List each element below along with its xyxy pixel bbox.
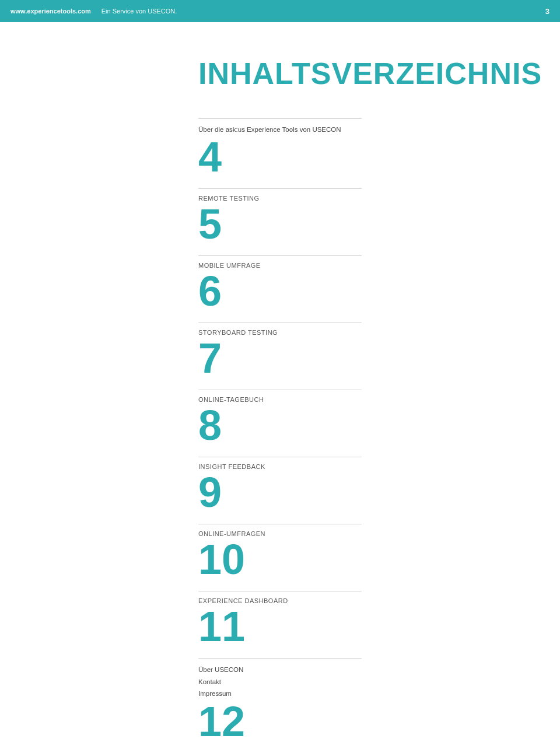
toc-number-2: 5 (198, 203, 362, 245)
toc-number-6: 9 (198, 471, 362, 513)
toc-entry-8[interactable]: EXPERIENCE DASHBOARD 11 (198, 591, 362, 647)
page-title: INHALTSVERZEICHNIS (198, 57, 362, 90)
toc-label-9b: Kontakt (198, 677, 362, 687)
toc-entry-7[interactable]: ONLINE-UMFRAGEN 10 (198, 524, 362, 580)
toc-number-7: 10 (198, 538, 362, 580)
toc-number-8: 11 (198, 605, 362, 647)
toc-number-9: 12 (198, 701, 362, 743)
header-bar: www.experiencetools.com Ein Service von … (0, 0, 560, 22)
toc-entry-9[interactable]: Über USECON Kontakt Impressum 12 (198, 658, 362, 742)
toc-entry-6[interactable]: INSIGHT FEEDBACK 9 (198, 457, 362, 513)
toc-label-5: ONLINE-TAGEBUCH (198, 396, 362, 403)
header-page-number: 3 (545, 7, 550, 16)
toc-label-4: STORYBOARD TESTING (198, 329, 362, 336)
toc-label-9a: Über USECON (198, 664, 362, 675)
toc-entry-4[interactable]: STORYBOARD TESTING 7 (198, 323, 362, 379)
header-url: www.experiencetools.com (10, 8, 91, 15)
main-content: INHALTSVERZEICHNIS Über die ask:us Exper… (0, 22, 560, 746)
toc-label-6: INSIGHT FEEDBACK (198, 463, 362, 470)
toc-label-9c: Impressum (198, 688, 362, 699)
toc-number-1: 4 (198, 136, 362, 178)
toc-entry-5[interactable]: ONLINE-TAGEBUCH 8 (198, 390, 362, 446)
toc-label-3: MOBILE UMFRAGE (198, 262, 362, 269)
toc-number-5: 8 (198, 404, 362, 446)
toc-number-3: 6 (198, 270, 362, 312)
toc-label-1: Über die ask:us Experience Tools von USE… (198, 125, 362, 135)
toc-label-2: REMOTE TESTING (198, 195, 362, 202)
header-service: Ein Service von USECON. (102, 8, 177, 15)
toc-entry-2[interactable]: REMOTE TESTING 5 (198, 188, 362, 245)
toc-entry-1[interactable]: Über die ask:us Experience Tools von USE… (198, 118, 362, 178)
page: www.experiencetools.com Ein Service von … (0, 0, 560, 746)
header-left: www.experiencetools.com Ein Service von … (10, 8, 177, 15)
toc-entry-3[interactable]: MOBILE UMFRAGE 6 (198, 255, 362, 312)
toc-number-4: 7 (198, 337, 362, 379)
